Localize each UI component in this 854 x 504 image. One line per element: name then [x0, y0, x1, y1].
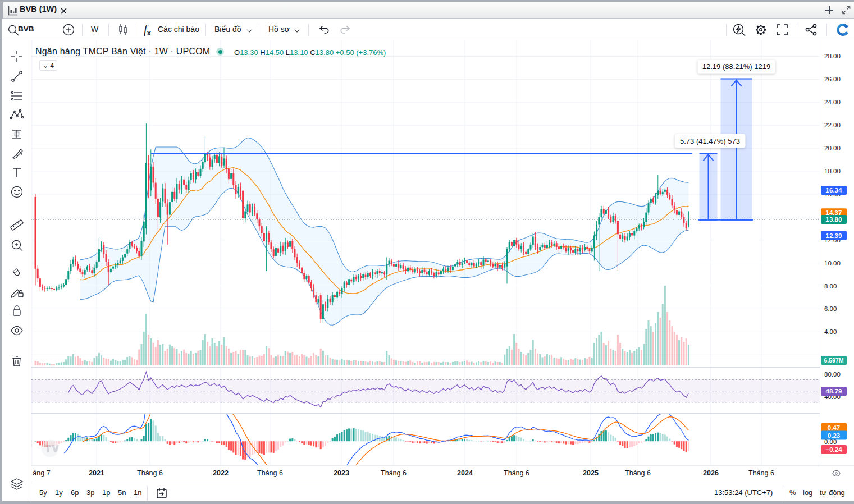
svg-text:Tháng 6: Tháng 6: [381, 469, 407, 477]
svg-text:Tháng 6: Tháng 6: [137, 469, 163, 477]
svg-text:16.34: 16.34: [826, 187, 842, 194]
svg-text:2026: 2026: [703, 469, 719, 477]
svg-text:2021: 2021: [89, 469, 104, 477]
svg-text:6.00: 6.00: [824, 305, 837, 312]
svg-text:26.00: 26.00: [824, 76, 841, 83]
svg-text:2025: 2025: [583, 469, 599, 477]
svg-text:5.73 (41.47%) 573: 5.73 (41.47%) 573: [680, 137, 740, 145]
svg-text:4.00: 4.00: [824, 328, 837, 335]
svg-text:áng 7: áng 7: [33, 469, 50, 477]
svg-text:Tháng 6: Tháng 6: [748, 469, 774, 477]
svg-text:18.00: 18.00: [824, 168, 841, 175]
svg-text:0.47: 0.47: [828, 424, 840, 431]
svg-text:−0.24: −0.24: [825, 446, 842, 453]
svg-text:80.00: 80.00: [824, 371, 841, 378]
svg-text:10.00: 10.00: [824, 260, 841, 267]
svg-text:24.00: 24.00: [824, 99, 841, 106]
svg-text:6.597M: 6.597M: [824, 357, 843, 364]
svg-text:12.39: 12.39: [826, 232, 842, 239]
svg-text:Tháng 6: Tháng 6: [257, 469, 283, 477]
svg-text:22.00: 22.00: [824, 122, 841, 129]
svg-text:20.00: 20.00: [824, 145, 841, 152]
svg-text:Tháng 6: Tháng 6: [625, 469, 651, 477]
svg-text:Tháng 6: Tháng 6: [504, 469, 529, 477]
svg-text:2023: 2023: [334, 469, 349, 477]
svg-text:48.79: 48.79: [826, 388, 842, 395]
svg-text:2022: 2022: [213, 469, 229, 477]
svg-text:12.19 (88.21%) 1219: 12.19 (88.21%) 1219: [702, 62, 770, 71]
svg-text:8.00: 8.00: [824, 283, 837, 290]
svg-text:28.00: 28.00: [824, 53, 841, 59]
svg-text:2024: 2024: [457, 469, 473, 477]
svg-text:0.23: 0.23: [828, 432, 840, 439]
svg-text:13.80: 13.80: [826, 216, 842, 223]
